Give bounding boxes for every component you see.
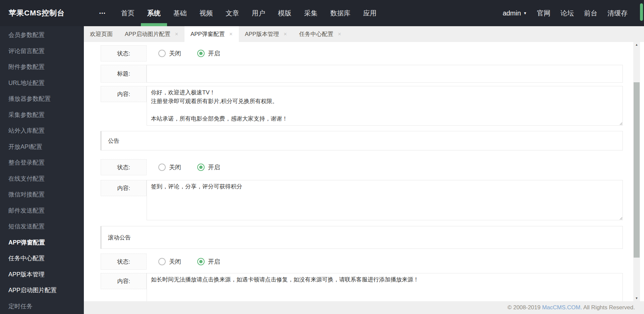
tab-close-icon[interactable]: ✕ [229,32,233,37]
radio-off-label: 关闭 [169,49,181,57]
sidebar-item-offsite-config[interactable]: 站外入库配置 [0,123,84,139]
sidebar-item-email-config[interactable]: 邮件发送配置 [0,203,84,219]
top-menu-item-home[interactable]: 首页 [115,0,141,26]
popup-status-radio-group: 关闭 开启 [158,45,220,61]
notice-content-textarea[interactable]: 签到，评论，分享，评分可获得积分 [147,180,623,220]
radio-option-off[interactable]: 关闭 [158,49,181,57]
top-menu-item-video[interactable]: 视频 [193,0,219,26]
more-menu-icon[interactable]: ••• [99,11,106,16]
notice-section-header: 公告 [101,131,623,150]
sidebar-item-app-popup-config[interactable]: APP弹窗配置 [0,235,84,251]
tab-label: APP启动图片配置 [125,30,170,38]
tab-close-icon[interactable]: ✕ [338,32,341,37]
page-scrollbar-thumb[interactable] [640,3,643,21]
radio-on-label: 开启 [208,49,220,57]
radio-off-label: 关闭 [169,258,181,266]
title-label: 标题: [101,65,147,83]
admin-user-menu[interactable]: admin ▼ [498,9,532,17]
status-label: 状态: [101,159,147,175]
radio-off-icon[interactable] [158,258,166,265]
top-menu-item-database[interactable]: 数据库 [324,0,357,26]
top-link-front-site[interactable]: 前台 [579,9,602,18]
tab-task-center-config[interactable]: 任务中心配置 ✕ [293,26,347,42]
tab-app-version-manage[interactable]: APP版本管理 ✕ [239,26,293,42]
maccms-link[interactable]: MacCMS.COM. [542,304,582,311]
top-bar: 苹果CMS控制台 ••• 首页 系统 基础 视频 文章 用户 模版 采集 数据库… [0,0,644,26]
radio-option-off[interactable]: 关闭 [158,258,181,266]
top-menu-item-system[interactable]: 系统 [141,0,167,26]
top-menu-item-basic[interactable]: 基础 [167,0,193,26]
top-menu-item-user[interactable]: 用户 [246,0,272,26]
top-menu-item-collect[interactable]: 采集 [298,0,324,26]
sidebar-item-app-version-manage[interactable]: APP版本管理 [0,267,84,283]
radio-option-on[interactable]: 开启 [197,163,220,171]
popup-content-textarea[interactable]: 你好，欢迎进入极速TV！ 注册登录即可观看所有影片,积分可兑换所有权限。 本站承… [147,86,623,126]
top-right-nav: admin ▼ 官网 论坛 前台 清缓存 [498,0,644,26]
app-popup-config-form: 状态: 关闭 开启 标题: 内容: 你好，欢迎进入极速TV！ 注册登录即可观看所… [101,45,623,301]
top-menu-item-template[interactable]: 模版 [272,0,298,26]
radio-off-label: 关闭 [169,163,181,171]
popup-title-input[interactable] [147,65,623,83]
sidebar-item-player-config[interactable]: 播放器参数配置 [0,91,84,107]
popup-content-row: 内容: 你好，欢迎进入极速TV！ 注册登录即可观看所有影片,积分可兑换所有权限。… [101,86,623,126]
tab-close-icon[interactable]: ✕ [175,32,178,37]
sidebar-item-cron-task[interactable]: 定时任务 [0,299,84,314]
sidebar-item-member-config[interactable]: 会员参数配置 [0,27,84,43]
app-logo: 苹果CMS控制台 [0,8,84,18]
top-menu: 首页 系统 基础 视频 文章 用户 模版 采集 数据库 应用 [115,0,383,26]
tab-label: APP弹窗配置 [191,30,225,38]
sidebar-item-login-config[interactable]: 整合登录配置 [0,155,84,171]
sidebar-item-comment-config[interactable]: 评论留言配置 [0,43,84,59]
status-label: 状态: [101,45,147,61]
admin-username: admin [503,9,521,17]
tab-label: 欢迎页面 [90,30,113,38]
caret-down-icon: ▼ [523,11,527,15]
sidebar-item-collect-config[interactable]: 采集参数配置 [0,107,84,123]
radio-on-icon[interactable] [197,258,205,265]
sidebar-item-url-config[interactable]: URL地址配置 [0,75,84,91]
sidebar-item-open-api-config[interactable]: 开放API配置 [0,139,84,155]
popup-title-row: 标题: [101,65,623,83]
radio-off-icon[interactable] [158,164,166,171]
scroll-notice-status-radio-group: 关闭 开启 [158,254,220,270]
radio-option-on[interactable]: 开启 [197,49,220,57]
sidebar-item-attachment-config[interactable]: 附件参数配置 [0,59,84,75]
content-label: 内容: [101,273,147,289]
scroll-notice-content-textarea[interactable]: 如长时间无法播放请点击换来源，如遇卡顿请点击修复，如没有来源可换，请联系客服进行… [147,273,623,301]
tab-label: 任务中心配置 [299,30,333,38]
sidebar-item-payment-config[interactable]: 在线支付配置 [0,171,84,187]
tab-label: APP版本管理 [245,30,279,38]
top-menu-item-app[interactable]: 应用 [357,0,383,26]
top-link-forum[interactable]: 论坛 [555,9,579,18]
sidebar-item-sms-config[interactable]: 短信发送配置 [0,219,84,235]
content-label: 内容: [101,180,147,196]
footer: © 2008-2019 MacCMS.COM. All Rights Reser… [84,301,644,314]
sidebar-item-task-center-config[interactable]: 任务中心配置 [0,251,84,267]
scroll-notice-section-header: 滚动公告 [101,226,623,249]
radio-on-icon[interactable] [197,164,205,171]
scroll-notice-content-row: 内容: 如长时间无法播放请点击换来源，如遇卡顿请点击修复，如没有来源可换，请联系… [101,273,623,301]
tab-close-icon[interactable]: ✕ [283,32,287,37]
radio-on-label: 开启 [208,163,220,171]
top-link-clear-cache[interactable]: 清缓存 [602,9,633,18]
tab-welcome[interactable]: 欢迎页面 [84,26,119,42]
sidebar-item-app-splash-config[interactable]: APP启动图片配置 [0,282,84,299]
radio-option-off[interactable]: 关闭 [158,163,181,171]
tab-app-popup-config[interactable]: APP弹窗配置 ✕ [184,26,239,42]
tab-app-splash-config[interactable]: APP启动图片配置 ✕ [119,26,184,42]
radio-option-on[interactable]: 开启 [197,258,220,266]
top-link-official-site[interactable]: 官网 [532,9,555,18]
scroll-down-arrow-icon[interactable]: ▼ [633,296,640,301]
content-label: 内容: [101,86,147,102]
top-menu-item-article[interactable]: 文章 [219,0,246,26]
content-scrollbar-thumb[interactable] [634,82,640,258]
tab-bar: 欢迎页面 APP启动图片配置 ✕ APP弹窗配置 ✕ APP版本管理 ✕ 任务中… [84,26,644,42]
sidebar-item-wechat-config[interactable]: 微信对接配置 [0,187,84,203]
content-scrollbar[interactable]: ▲ ▼ [633,42,640,301]
radio-off-icon[interactable] [158,50,166,57]
notice-content-row: 内容: 签到，评论，分享，评分可获得积分 [101,180,623,220]
notice-status-row: 状态: 关闭 开启 [101,159,623,175]
radio-on-icon[interactable] [197,50,205,57]
footer-copyright: © 2008-2019 [507,304,542,311]
scroll-up-arrow-icon[interactable]: ▲ [633,42,640,48]
